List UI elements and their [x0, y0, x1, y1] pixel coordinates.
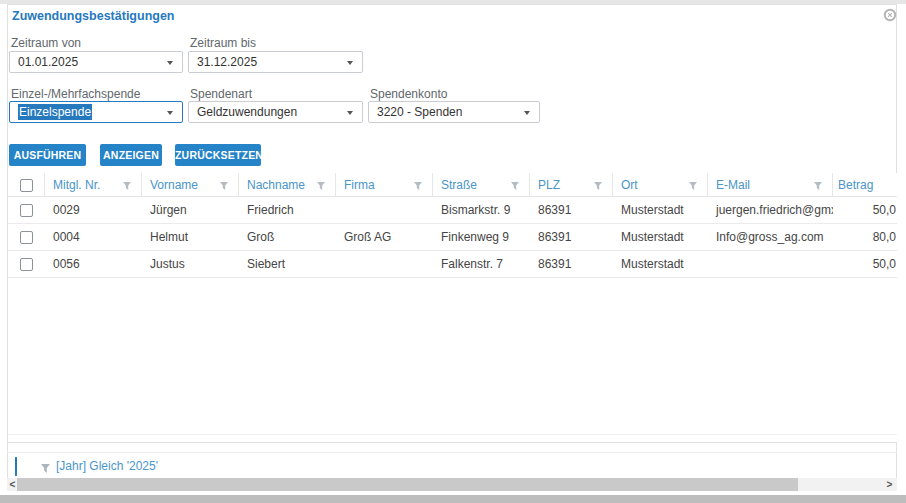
dropdown-arrow-icon[interactable] — [524, 111, 530, 115]
row-checkbox[interactable] — [20, 231, 33, 244]
cell-strasse: Bismarkstr. 9 — [433, 197, 530, 224]
spendenart-value: Geldzuwendungen — [197, 105, 297, 119]
spendenkonto-label: Spendenkonto — [370, 87, 447, 101]
cell-strasse — [336, 251, 433, 278]
dropdown-arrow-icon[interactable] — [347, 111, 353, 115]
anzeigen-button[interactable]: ANZEIGEN — [100, 144, 162, 166]
filter-enabled-checkbox[interactable] — [15, 458, 17, 476]
column-header-mitgl-nr[interactable]: Mitgl. Nr. — [45, 173, 142, 197]
filter-icon[interactable] — [219, 180, 229, 194]
table-row[interactable]: 0029 Jürgen Friedrich Bismarkstr. 9 8639… — [8, 197, 897, 224]
spendenart-select[interactable]: Geldzuwendungen — [188, 101, 363, 123]
column-header-vorname[interactable]: Vorname — [142, 173, 239, 197]
dropdown-arrow-icon[interactable] — [167, 111, 173, 115]
cell-ort: Musterstadt — [613, 197, 708, 224]
scroll-right-icon[interactable]: > — [884, 478, 895, 491]
grid-divider — [8, 434, 897, 435]
cell-plz: 86391 — [530, 251, 613, 278]
spendentyp-value: Einzelspende — [18, 104, 92, 120]
table-row[interactable]: 0056 Justus Siebert Falkenstr. 7 86391 M… — [8, 251, 897, 278]
cell-betrag: 80,0 — [833, 224, 896, 251]
zeitraum-von-select[interactable]: 01.01.2025 — [9, 51, 183, 73]
cell-firma: Groß AG — [336, 224, 433, 251]
filter-condition-link[interactable]: [Jahr] Gleich '2025' — [56, 459, 158, 473]
cell-strasse: Finkenweg 9 — [433, 224, 530, 251]
column-header-strasse[interactable]: Straße — [433, 173, 530, 197]
filter-icon[interactable] — [813, 180, 823, 194]
dialog-title: Zuwendungsbestätigungen — [12, 9, 175, 23]
column-header-firma[interactable]: Firma — [336, 173, 433, 197]
results-table: Mitgl. Nr. Vorname Nachname Firma Straße… — [8, 173, 897, 443]
cell-vorname: Helmut — [142, 224, 239, 251]
spendenkonto-value: 3220 - Spenden — [377, 105, 462, 119]
page-background-bottom — [0, 495, 906, 503]
cell-mitgl-nr: 0056 — [45, 251, 142, 278]
table-header-row: Mitgl. Nr. Vorname Nachname Firma Straße… — [8, 173, 897, 197]
select-all-cell — [8, 173, 45, 197]
column-header-betrag[interactable]: Betrag — [833, 173, 896, 197]
scrollbar-thumb[interactable] — [17, 478, 798, 491]
cell-vorname: Justus — [142, 251, 239, 278]
table-row[interactable]: 0004 Helmut Groß Groß AG Finkenweg 9 863… — [8, 224, 897, 251]
cell-betrag: 50,0 — [833, 197, 896, 224]
dropdown-arrow-icon[interactable] — [167, 61, 173, 65]
zeitraum-von-value: 01.01.2025 — [18, 55, 78, 69]
filter-icon[interactable] — [510, 180, 520, 194]
cell-nachname: Groß — [239, 224, 336, 251]
filter-icon[interactable] — [413, 180, 423, 194]
select-all-checkbox[interactable] — [20, 179, 33, 192]
spendentyp-select[interactable]: Einzelspende — [9, 101, 183, 123]
filter-icon[interactable] — [688, 180, 698, 194]
zeitraum-bis-value: 31.12.2025 — [197, 55, 257, 69]
spendentyp-label: Einzel-/Mehrfachspende — [11, 87, 140, 101]
row-checkbox[interactable] — [20, 258, 33, 271]
filter-icon[interactable] — [316, 180, 326, 194]
row-checkbox[interactable] — [20, 204, 33, 217]
cell-ort: Musterstadt — [613, 224, 708, 251]
zuruecksetzen-button[interactable]: ZURÜCKSETZEN — [175, 144, 261, 166]
cell-plz: 86391 — [530, 197, 613, 224]
filter-panel-divider — [7, 452, 897, 453]
cell-email — [708, 251, 833, 278]
spendenart-label: Spendenart — [190, 87, 252, 101]
cell-plz: 86391 — [530, 224, 613, 251]
ausfuehren-button[interactable]: AUSFÜHREN — [9, 144, 86, 166]
cell-vorname: Jürgen — [142, 197, 239, 224]
cell-nachname: Friedrich — [239, 197, 336, 224]
filter-icon[interactable] — [40, 460, 51, 478]
zeitraum-bis-label: Zeitraum bis — [190, 36, 256, 50]
spendenkonto-select[interactable]: 3220 - Spenden — [368, 101, 540, 123]
cell-mitgl-nr: 0029 — [45, 197, 142, 224]
cell-mitgl-nr: 0004 — [45, 224, 142, 251]
zuwendungsbestaetigungen-dialog: Zuwendungsbestätigungen Zeitraum von Zei… — [0, 0, 906, 503]
column-header-ort[interactable]: Ort — [613, 173, 708, 197]
close-icon[interactable] — [883, 8, 897, 22]
cell-betrag: 50,0 — [833, 251, 896, 278]
filter-icon[interactable] — [593, 180, 603, 194]
horizontal-scrollbar[interactable]: < > — [7, 478, 897, 491]
cell-firma — [336, 197, 433, 224]
cell-email: Info@gross_ag.com — [708, 224, 833, 251]
cell-strasse: Falkenstr. 7 — [433, 251, 530, 278]
cell-ort: Musterstadt — [613, 251, 708, 278]
column-header-plz[interactable]: PLZ — [530, 173, 613, 197]
cell-nachname: Siebert — [239, 251, 336, 278]
dropdown-arrow-icon[interactable] — [347, 61, 353, 65]
column-header-nachname[interactable]: Nachname — [239, 173, 336, 197]
filter-icon[interactable] — [122, 180, 132, 194]
column-header-email[interactable]: E-Mail — [708, 173, 833, 197]
zeitraum-von-label: Zeitraum von — [11, 36, 81, 50]
zeitraum-bis-select[interactable]: 31.12.2025 — [188, 51, 363, 73]
cell-email: juergen.friedrich@gmx.de — [708, 197, 833, 224]
